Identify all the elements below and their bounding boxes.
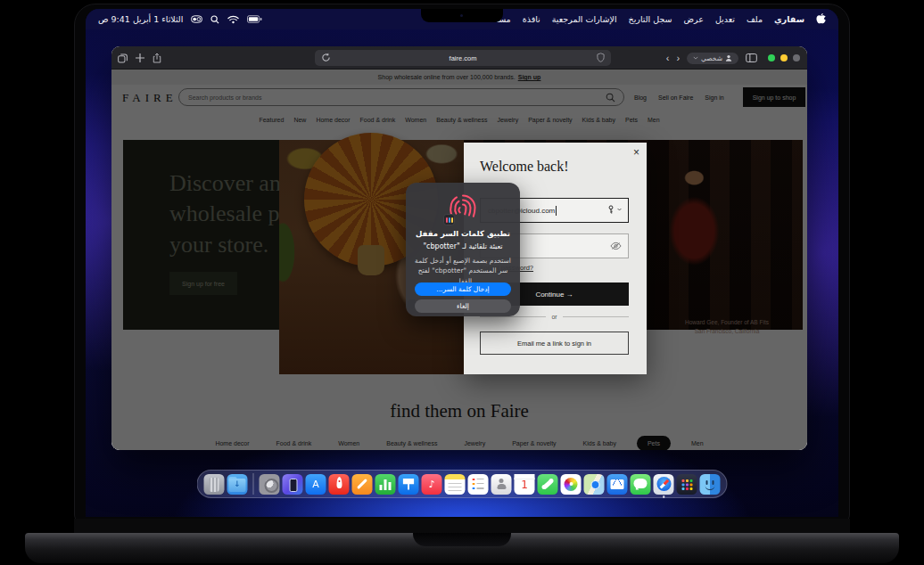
dock-pages-icon[interactable]: [352, 474, 373, 495]
dock-rocket-icon[interactable]: [329, 474, 350, 495]
privacy-shield-icon[interactable]: [597, 53, 605, 62]
tab-overview-icon[interactable]: [118, 53, 128, 63]
menu-item[interactable]: سجل التاريخ: [629, 14, 672, 24]
spotlight-search-icon[interactable]: [210, 15, 219, 24]
new-tab-icon[interactable]: [136, 53, 144, 62]
macbook: سفاريملفتعديلعرضسجل التاريخالإشارات المر…: [0, 0, 924, 565]
dock-trash-icon[interactable]: [204, 474, 225, 495]
dock-keynote-icon[interactable]: [399, 474, 419, 495]
reload-icon[interactable]: [321, 53, 331, 62]
menu-item[interactable]: الإشارات المرجعية: [552, 14, 617, 24]
address-bar[interactable]: faire.com: [315, 50, 611, 66]
touch-id-subtitle: تعبئة تلقائية لـ "cbpotter": [406, 242, 520, 250]
wifi-icon[interactable]: [227, 15, 239, 24]
window-controls: [768, 54, 800, 61]
dock-contacts-icon[interactable]: [491, 474, 512, 495]
dock-reminders-icon[interactable]: [468, 474, 489, 495]
dock-calendar-icon[interactable]: 1: [515, 474, 535, 495]
cancel-button[interactable]: إلغاء: [415, 299, 511, 313]
running-app-indicator: [663, 495, 665, 498]
dock-numbers-icon[interactable]: [375, 474, 396, 495]
modal-title: Welcome back!: [480, 159, 569, 175]
lid-lift-notch: [413, 533, 511, 546]
passwords-key-icon[interactable]: [606, 205, 622, 214]
dock-mail-icon[interactable]: [607, 474, 628, 495]
desktop: سفاريملفتعديلعرضسجل التاريخالإشارات المر…: [86, 9, 838, 517]
dock-safari-icon[interactable]: [654, 474, 674, 495]
menu-item[interactable]: نافذة: [523, 14, 540, 24]
dock-photos-icon[interactable]: [561, 474, 582, 495]
dock-divider: [253, 473, 254, 495]
share-icon[interactable]: [153, 53, 161, 63]
minimize-window-button[interactable]: [780, 54, 788, 61]
dock-iphone-mirroring-icon[interactable]: [283, 474, 303, 495]
forward-button[interactable]: ›: [676, 53, 680, 63]
profile-label: شخصي: [701, 54, 722, 62]
url-text: faire.com: [450, 54, 477, 62]
dock-apps-grid-icon[interactable]: [677, 474, 697, 495]
profile-switcher[interactable]: شخصي: [687, 53, 738, 64]
touch-id-dialog: تطبيق كلمات السر مقفل تعبئة تلقائية لـ "…: [406, 183, 520, 316]
email-link-button[interactable]: Email me a link to sign in: [480, 332, 629, 355]
dock-messages-icon[interactable]: [631, 474, 651, 495]
menu-bar-clock[interactable]: الثلاثاء 1 أبريل 9:41 ص: [98, 14, 183, 24]
control-center-icon[interactable]: [191, 15, 202, 23]
text-caret: [556, 206, 557, 216]
apple-logo-icon[interactable]: [816, 13, 826, 25]
back-button[interactable]: ‹: [666, 53, 670, 63]
dock-phone-icon[interactable]: [538, 474, 558, 495]
menu-item[interactable]: عرض: [684, 14, 704, 24]
camera-icon: [460, 14, 463, 17]
close-icon[interactable]: ×: [633, 147, 639, 158]
dock-maps-icon[interactable]: [584, 474, 605, 495]
dock-downloads-folder-icon[interactable]: ↓: [227, 474, 248, 495]
battery-icon[interactable]: [247, 15, 262, 23]
safari-window: faire.com ‹ › شخصي: [111, 46, 807, 450]
dock-finder-icon[interactable]: [700, 474, 721, 495]
safari-toolbar: faire.com ‹ › شخصي: [111, 46, 807, 70]
touch-id-title: تطبيق كلمات السر مقفل: [406, 229, 520, 238]
passwords-app-badge-icon: [443, 214, 455, 225]
show-password-icon[interactable]: [610, 242, 622, 250]
dock-app-store-icon[interactable]: A: [306, 474, 326, 495]
menu-item[interactable]: ملف: [747, 14, 763, 24]
dock-music-icon[interactable]: ♪: [422, 474, 442, 495]
menu-item[interactable]: سفاري: [774, 14, 804, 24]
fingerprint-icon: [447, 192, 479, 224]
enter-password-button[interactable]: إدخال كلمة السر...: [415, 282, 511, 296]
zoom-window-button[interactable]: [768, 54, 775, 61]
dock-settings-icon[interactable]: [260, 474, 280, 495]
touch-id-body: استخدم بصمة الإصبع أو أدخل كلمة سر المست…: [413, 256, 513, 286]
laptop-base: [25, 533, 899, 563]
dock: ↓A♪1: [197, 470, 728, 498]
close-window-button[interactable]: [793, 54, 800, 61]
dock-notes-icon[interactable]: [445, 474, 466, 495]
sidebar-toggle-icon[interactable]: [746, 53, 757, 62]
display-notch: [421, 9, 503, 22]
menu-item[interactable]: تعديل: [715, 14, 735, 24]
